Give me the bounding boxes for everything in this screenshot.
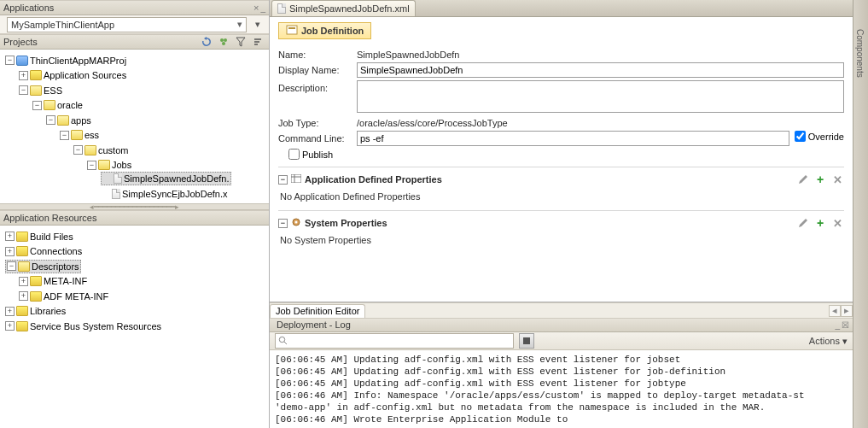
expand-icon[interactable]: + [5, 321, 15, 331]
log-search-field[interactable] [288, 336, 510, 346]
collapse-icon[interactable]: − [5, 56, 15, 65]
command-line-input[interactable] [357, 131, 789, 146]
collapse-icon[interactable]: − [87, 161, 96, 170]
log-body[interactable]: [06:06:45 AM] Updating adf-config.xml wi… [270, 350, 853, 428]
apps-node[interactable]: − apps [46, 114, 91, 127]
collapse-icon[interactable]: − [46, 115, 55, 125]
file-simple-sync[interactable]: SimpleSyncEjbJobDefn.x [101, 187, 228, 201]
edit-button[interactable] [796, 173, 810, 186]
collapse-icon[interactable]: − [60, 131, 69, 140]
description-input[interactable] [357, 80, 844, 113]
projects-sort-icon[interactable] [250, 34, 265, 50]
projects-working-sets-icon[interactable] [216, 34, 231, 50]
svg-line-12 [284, 342, 287, 344]
app-sources-node[interactable]: + Application Sources [19, 68, 126, 82]
delete-button[interactable]: ✕ [830, 216, 844, 230]
folder-icon [30, 70, 42, 80]
conn-label: Connections [30, 244, 82, 258]
collapse-icon[interactable]: − [19, 85, 28, 95]
folder-icon [30, 291, 42, 302]
tree-h-scroll[interactable]: ◂━━━━━━━━━━━━━━━━━━━▸ [0, 203, 269, 210]
app-resources-tree[interactable]: + Build Files + Connections − Descriptor… [0, 226, 269, 428]
file-icon [112, 189, 120, 199]
custom-label: custom [98, 144, 128, 157]
app-dropdown-button[interactable]: ▾ [250, 17, 265, 32]
log-minimize-icon[interactable]: _ [835, 320, 840, 330]
applications-menu-icon[interactable]: × [252, 3, 260, 13]
desc-label: Descriptors [32, 260, 79, 273]
section-title-label: Job Definition [301, 26, 364, 36]
stop-button[interactable] [519, 333, 534, 349]
edit-button[interactable] [796, 216, 810, 230]
expand-icon[interactable]: + [5, 232, 15, 241]
actions-label: Actions [809, 336, 840, 346]
custom-node[interactable]: − custom [73, 144, 128, 157]
svg-point-10 [295, 221, 298, 224]
bottom-tab-label: Job Definition Editor [276, 306, 359, 316]
name-label: Name: [278, 47, 357, 60]
scroll-right-icon[interactable]: ▸ [841, 305, 853, 317]
service-bus-node[interactable]: + Service Bus System Resources [5, 320, 161, 333]
projects-panel-header: Projects [0, 34, 269, 50]
display-name-label: Display Name: [278, 62, 357, 75]
connections-node[interactable]: + Connections [5, 244, 82, 258]
log-toolbar: Actions ▾ [270, 332, 853, 351]
file-simple-spawned[interactable]: SimpleSpawnedJobDefn. [101, 172, 231, 185]
publish-checkbox[interactable] [288, 149, 300, 160]
add-button[interactable]: + [813, 173, 827, 186]
jobs-node[interactable]: − Jobs [87, 158, 131, 172]
ess2-node[interactable]: − ess [60, 128, 99, 142]
projects-filter-icon[interactable] [233, 34, 248, 50]
delete-button[interactable]: ✕ [830, 173, 844, 186]
svg-point-2 [224, 38, 227, 42]
project-root-node[interactable]: − ThinClientAppMARProj [5, 54, 126, 67]
collapse-icon[interactable]: − [32, 101, 42, 110]
oracle-node[interactable]: − oracle [32, 98, 83, 112]
log-search-input[interactable] [275, 333, 514, 349]
leaf-icon [101, 189, 110, 198]
collapse-icon[interactable]: − [278, 219, 288, 228]
components-rail[interactable]: Components [853, 0, 868, 428]
ess-node[interactable]: − ESS [19, 84, 62, 97]
add-button[interactable]: + [813, 216, 827, 230]
folder-icon [98, 160, 110, 170]
meta-inf-node[interactable]: + META-INF [19, 274, 87, 288]
expand-icon[interactable]: + [5, 307, 15, 316]
collapse-icon[interactable]: − [7, 261, 16, 271]
folder-icon [44, 100, 55, 110]
bottom-tab-job-def[interactable]: Job Definition Editor [270, 304, 365, 318]
scroll-left-icon[interactable]: ◂ [829, 305, 841, 317]
folder-icon [16, 321, 28, 331]
app-resources-title: Application Resources [3, 213, 265, 223]
applications-title: Applications [3, 3, 252, 13]
projects-title: Projects [3, 37, 199, 47]
project-icon [16, 56, 28, 66]
expand-icon[interactable]: + [5, 247, 15, 256]
gear-icon [291, 217, 301, 229]
editor-tab[interactable]: SimpleSpawnedJobDefn.xml [271, 0, 416, 16]
build-files-node[interactable]: + Build Files [5, 230, 73, 243]
app-props-empty: No Application Defined Properties [278, 186, 844, 203]
log-close-icon[interactable]: ☒ [842, 320, 849, 330]
folder-icon [16, 246, 28, 256]
override-checkbox[interactable] [795, 131, 806, 142]
collapse-icon[interactable]: − [73, 145, 83, 155]
section-title: Job Definition [278, 22, 371, 39]
libraries-node[interactable]: + Libraries [5, 304, 66, 318]
projects-refresh-icon[interactable] [199, 34, 214, 50]
expand-icon[interactable]: + [19, 71, 28, 80]
applications-minimize-icon[interactable]: _ [260, 3, 265, 13]
jobs-label: Jobs [112, 158, 131, 172]
descriptors-node[interactable]: − Descriptors [5, 260, 81, 273]
publish-label: Publish [302, 150, 333, 160]
projects-tree[interactable]: − ThinClientAppMARProj + Application Sou… [0, 50, 269, 203]
actions-menu[interactable]: Actions ▾ [809, 336, 848, 347]
application-selector[interactable]: MySampleThinClientApp ▾ [7, 17, 247, 32]
display-name-input[interactable] [357, 62, 844, 78]
expand-icon[interactable]: + [19, 291, 28, 301]
expand-icon[interactable]: + [19, 277, 28, 286]
editor-tab-label: SimpleSpawnedJobDefn.xml [289, 3, 410, 14]
file-icon [277, 3, 286, 14]
adf-meta-inf-node[interactable]: + ADF META-INF [19, 290, 108, 303]
collapse-icon[interactable]: − [278, 175, 288, 185]
